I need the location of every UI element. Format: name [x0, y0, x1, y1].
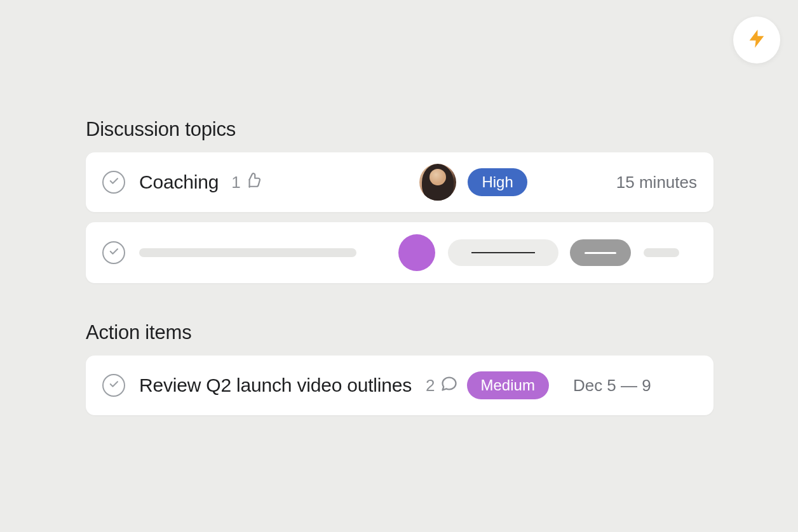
priority-badge[interactable]: Medium [467, 371, 549, 399]
complete-toggle[interactable] [102, 171, 125, 194]
check-icon [108, 378, 119, 392]
task-row[interactable]: Coaching 1 High 15 minutes [86, 152, 713, 212]
task-row-placeholder[interactable] [86, 222, 713, 283]
thumbs-up-icon [241, 172, 261, 193]
task-title: Coaching [139, 171, 219, 193]
task-date-range: Dec 5 — 9 [573, 376, 651, 396]
comment-icon [435, 375, 458, 397]
placeholder-pill [448, 239, 558, 266]
placeholder-text [644, 248, 679, 257]
task-title: Review Q2 launch video outlines [139, 375, 412, 396]
task-duration: 15 minutes [616, 173, 697, 192]
check-icon [108, 246, 119, 260]
check-icon [108, 175, 119, 189]
placeholder-title [139, 248, 356, 257]
priority-badge[interactable]: High [468, 168, 527, 196]
complete-toggle[interactable] [102, 374, 125, 397]
assignee-avatar[interactable] [419, 164, 456, 201]
section-title-action-items: Action items [86, 321, 713, 344]
placeholder-avatar [398, 234, 435, 271]
section-title-discussion: Discussion topics [86, 118, 713, 141]
comment-count[interactable]: 2 [426, 375, 457, 397]
comment-count-number: 2 [426, 376, 435, 396]
like-count[interactable]: 1 [231, 172, 260, 193]
placeholder-pill [570, 239, 631, 266]
like-count-number: 1 [231, 173, 240, 192]
complete-toggle[interactable] [102, 241, 125, 264]
automation-button[interactable] [733, 17, 780, 63]
task-row[interactable]: Review Q2 launch video outlines 2 Medium… [86, 356, 713, 415]
lightning-bolt-icon [746, 28, 768, 52]
priority-label: Medium [481, 376, 535, 394]
priority-label: High [482, 173, 513, 191]
